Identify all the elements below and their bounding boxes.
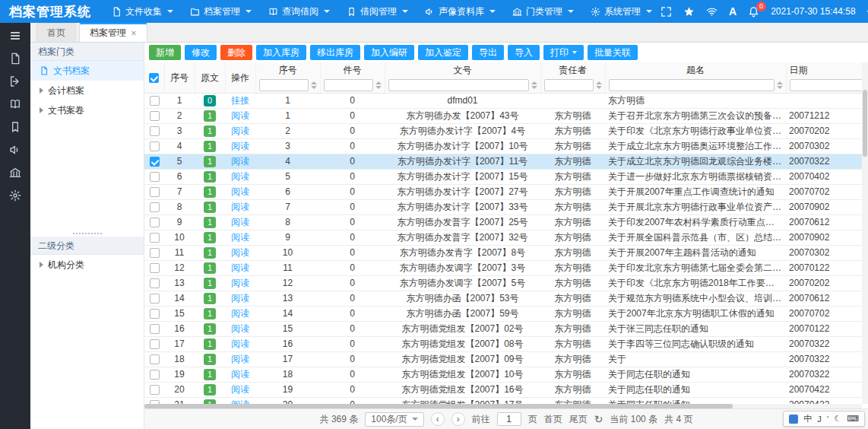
star-icon[interactable] [683,6,695,17]
menu-item-av-library[interactable]: 声像资料库 [417,0,504,23]
page-size-select[interactable]: 100条/页 [365,412,423,427]
row-checkbox[interactable] [150,187,160,197]
row-checkbox[interactable] [150,141,160,151]
tab-home[interactable]: 首页 [36,23,76,42]
sort-icon[interactable] [777,81,783,89]
row-checkbox[interactable] [150,370,160,380]
row-checkbox[interactable] [150,111,160,121]
row-checkbox[interactable] [150,202,160,212]
panel-splitter[interactable] [30,230,144,237]
menu-item-file-collection[interactable]: 文件收集 [103,0,182,23]
row-action-link[interactable]: 阅读 [231,278,249,288]
tab-archive-management[interactable]: 档案管理 × [79,23,147,42]
row-checkbox[interactable] [150,309,160,319]
table-row[interactable]: 16 1 阅读 15 0 东方明德党组发【2007】02号 东方明德 关于张三同… [144,322,868,337]
row-action-link[interactable]: 阅读 [231,232,249,243]
menu-item-system-management[interactable]: 系统管理 [582,0,661,23]
ime-mode-indicator[interactable]: J [817,415,822,424]
row-checkbox[interactable] [150,96,160,106]
font-size-icon[interactable]: A [729,5,737,17]
row-checkbox[interactable] [150,157,160,167]
table-row[interactable]: 6 1 阅读 5 0 东方明德办发计字【2007】15号 东方明德 关于进一步做… [144,170,868,185]
table-row[interactable]: 19 1 阅读 18 0 东方明德党组发【2007】10号 东方明德 关于同志任… [144,367,868,383]
row-action-link[interactable]: 阅读 [231,171,249,182]
toolbar-button[interactable]: 加入鉴定 [418,45,468,60]
row-action-link[interactable]: 阅读 [231,156,249,167]
row-checkbox[interactable] [150,354,160,364]
menu-item-archive-management[interactable]: 档案管理 [182,0,260,23]
row-checkbox[interactable] [150,233,160,243]
prev-page-button[interactable]: ‹ [431,412,445,426]
ime-punct-indicator[interactable]: ’ [827,415,828,424]
row-action-link[interactable]: 阅读 [231,354,249,364]
toolbar-button[interactable]: 加入库房 [256,45,306,60]
filter-input-serial[interactable] [259,79,309,91]
row-checkbox[interactable] [150,126,160,136]
ime-lang-indicator[interactable]: 中 [803,413,812,424]
table-row[interactable]: 11 1 阅读 10 0 东方明德办发青字【2007】8号 东方明德 关于开展2… [144,246,868,261]
table-row[interactable]: 1 0 挂接 1 0 dfmd01 东方明德 [144,94,868,109]
table-row[interactable]: 20 1 阅读 19 0 东方明德党组发【2007】16号 东方明德 关于同志任… [144,383,868,398]
next-page-button[interactable]: › [451,412,465,426]
sort-icon[interactable] [375,81,382,89]
toolbar-button[interactable]: 加入编研 [364,45,414,60]
row-checkbox[interactable] [150,339,160,349]
table-row[interactable]: 9 1 阅读 8 0 东方明德办发普字【2007】25号 东方明德 关于印发20… [144,215,868,230]
wifi-icon[interactable] [706,6,718,17]
filter-input-date[interactable] [790,79,868,91]
sort-icon[interactable] [596,81,602,89]
row-action-link[interactable]: 阅读 [231,141,249,151]
toolbar-button[interactable]: 导入 [508,45,540,60]
row-action-link[interactable]: 阅读 [231,323,249,334]
menu-item-category-management[interactable]: 门类管理 [504,0,582,23]
table-row[interactable]: 5 1 阅读 4 0 东方明德办发计字【2007】11号 东方明德 关于成立北京… [144,154,868,170]
row-checkbox[interactable] [150,248,160,258]
filter-input-item-number[interactable] [324,79,373,91]
file-icon[interactable] [9,52,21,65]
row-action-link[interactable]: 阅读 [231,384,249,395]
row-action-link[interactable]: 阅读 [231,186,249,197]
filter-input-responsible[interactable] [544,79,594,91]
table-row[interactable]: 7 1 阅读 6 0 东方明德办发计字【2007】27号 东方明德 关于开展20… [144,185,868,200]
row-action-link[interactable]: 阅读 [231,126,249,136]
table-row[interactable]: 8 1 阅读 7 0 东方明德办发计字【2007】33号 东方明德 关于开展北京… [144,200,868,215]
row-action-link[interactable]: 挂接 [231,95,249,106]
row-action-link[interactable]: 阅读 [231,308,249,319]
row-action-link[interactable]: 阅读 [231,262,249,273]
row-action-link[interactable]: 阅读 [231,110,249,121]
row-action-link[interactable]: 阅读 [231,247,249,258]
table-row[interactable]: 17 1 阅读 16 0 东方明德党组发【2007】08号 东方明德 关于李四等… [144,337,868,352]
row-checkbox[interactable] [150,385,160,395]
table-row[interactable]: 15 1 阅读 14 0 东方明德办函【2007】59号 东方明德 关于2007… [144,307,868,322]
toolbar-button[interactable]: 移出库房 [310,45,360,60]
ime-keyboard-icon[interactable]: ⌨ [847,414,859,424]
table-row[interactable]: 13 1 阅读 12 0 东方明德办发调字【2007】5号 东方明德 关于印发《… [144,276,868,291]
row-checkbox[interactable] [150,263,160,273]
table-row[interactable]: 2 1 阅读 1 0 东方明德办发【2007】43号 东方明德 关于召开北京东方… [144,109,868,124]
row-action-link[interactable]: 阅读 [231,202,249,212]
last-page-link[interactable]: 尾页 [569,413,588,426]
row-checkbox[interactable] [150,218,160,227]
book-icon[interactable] [9,98,21,110]
row-action-link[interactable]: 阅读 [231,369,249,380]
ime-toolbar[interactable]: 中 J ’ ☾ ⌨ [783,411,865,427]
toolbar-button[interactable]: 删除 [220,45,252,60]
toolbar-button[interactable]: 新增 [149,45,181,60]
filter-input-title[interactable] [609,79,775,91]
toolbar-button[interactable]: 打印 [543,45,584,60]
toolbar-button[interactable]: 修改 [185,45,217,60]
table-row[interactable]: 10 1 阅读 9 0 东方明德办发普字【2007】32号 东方明德 关于开展全… [144,230,868,246]
vertical-scrollbar-thumb[interactable] [863,90,867,157]
row-checkbox[interactable] [150,172,160,182]
filter-input-doc-number[interactable] [388,79,529,91]
table-row[interactable]: 18 1 阅读 17 0 东方明德党组发【2007】09号 东方明德 关于 20… [144,352,868,367]
refresh-icon[interactable]: ↻ [594,414,603,424]
tab-close-icon[interactable]: × [131,28,137,38]
goto-page-input[interactable] [497,412,521,426]
bell-icon[interactable]: 0 [748,6,759,17]
gear-icon[interactable] [9,189,21,202]
table-row[interactable]: 12 1 阅读 11 0 东方明德办发调字【2007】3号 东方明德 关于印发北… [144,261,868,276]
table-row[interactable]: 3 1 阅读 2 0 东方明德办发计字【2007】4号 东方明德 关于印发《北京… [144,124,868,139]
menu-item-query-borrow[interactable]: 查询借阅 [260,0,338,23]
row-action-link[interactable]: 阅读 [231,293,249,303]
